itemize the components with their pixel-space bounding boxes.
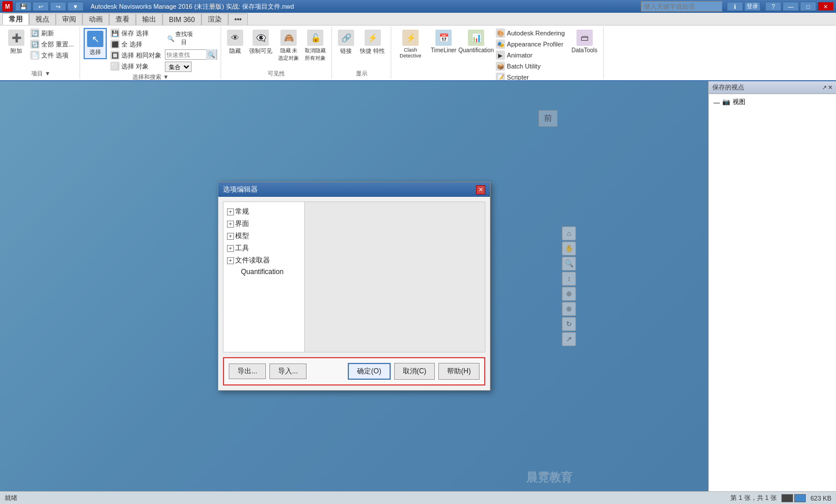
quick-access-btn3[interactable]: ↪: [50, 2, 66, 11]
statusbar: 就绪 第 1 张，共 1 张 623 KB: [0, 491, 836, 504]
tab-view[interactable]: 查看: [109, 13, 136, 25]
tree-item-model[interactable]: + 模型: [226, 230, 302, 242]
quantification-btn[interactable]: 📊 Quantification: [461, 28, 491, 55]
panel-close-btn[interactable]: ✕: [828, 84, 833, 91]
quantification-icon: 📊: [468, 30, 484, 46]
select-btn[interactable]: ↖ 选择: [84, 28, 107, 59]
modal-overlay: 选项编辑器 ✕ + 常规 + 界面 +: [0, 81, 708, 491]
cancel-btn[interactable]: 取消(C): [394, 363, 435, 380]
group-project: ➕ 附加 🔄 刷新 🔃 全部 重置... 📄 文件 选项 项目 ▼: [2, 27, 80, 79]
info-btn[interactable]: ℹ: [727, 2, 743, 11]
panel-content: — 📷 视图: [709, 94, 836, 491]
saved-view-item[interactable]: — 📷 视图: [711, 96, 834, 107]
autodesk-rendering-btn[interactable]: 🎨 Autodesk Rendering: [493, 28, 567, 38]
select-label: 选择: [89, 48, 101, 56]
scripter-btn[interactable]: 📝 Scripter: [493, 72, 567, 81]
viewport[interactable]: 前 晨霓教育 ⌂ ✋ 🔍 ↕ ⊕ ⊗ ↻ ↗ 选项编辑器 ✕: [0, 81, 708, 491]
file-icon: 📄: [30, 51, 39, 60]
select-all-icon: ⬛: [110, 39, 120, 49]
dialog-footer: 导出... 导入... 确定(O) 取消(C) 帮助(H): [223, 357, 485, 386]
group-tools: ⚡ Clash Detective 📅 TimeLiner 📊 Quantifi…: [391, 27, 604, 79]
appearance-profiler-btn[interactable]: 🎭 Appearance Profiler: [493, 39, 567, 49]
quick-props-btn[interactable]: ⚡ 快捷 特性: [358, 28, 387, 57]
group-display-label: 显示: [336, 69, 387, 78]
tab-bim360[interactable]: BIM 360: [163, 13, 201, 25]
hide-unselected-btn[interactable]: 🙈 隐藏 未选定对象: [276, 28, 301, 64]
refresh-btn[interactable]: 🔄 刷新: [28, 28, 76, 38]
show-all-btn[interactable]: 🔓 取消隐藏 所有对象: [302, 28, 328, 64]
tab-output[interactable]: 输出: [136, 13, 163, 25]
quick-find-input[interactable]: [165, 52, 206, 58]
quick-access-btn2[interactable]: ↩: [33, 2, 49, 11]
expander-interface[interactable]: +: [227, 221, 234, 228]
status-indicator-2: [794, 494, 806, 502]
animator-icon: ▶: [496, 51, 505, 60]
minimize-btn[interactable]: —: [783, 2, 799, 11]
datatools-btn[interactable]: 🗃 DataTools: [570, 28, 600, 55]
hide-btn[interactable]: 👁 隐藏: [225, 28, 246, 57]
file-options-btn[interactable]: 📄 文件 选项: [28, 50, 76, 60]
titlebar: M 💾 ↩ ↪ ▼ Autodesk Navisworks Manage 201…: [0, 0, 836, 13]
link-btn[interactable]: 🔗 链接: [336, 28, 356, 57]
import-btn[interactable]: 导入...: [269, 363, 307, 379]
clash-detective-btn[interactable]: ⚡ Clash Detective: [395, 28, 426, 60]
tree-item-file-readers[interactable]: + 文件读取器: [226, 254, 302, 267]
add-btn[interactable]: ➕ 附加: [6, 28, 27, 57]
maximize-btn[interactable]: □: [800, 2, 816, 11]
panel-expand-btn[interactable]: ↗: [822, 84, 827, 91]
required-visible-btn[interactable]: 👁‍🗨 强制可见: [247, 28, 275, 57]
quick-access-btn[interactable]: 💾: [15, 2, 31, 11]
titlebar-left: M 💾 ↩ ↪ ▼ Autodesk Navisworks Manage 201…: [2, 1, 294, 12]
group-select: ↖ 选择 💾 保存 选择 ⬛ 全 选择 🔲 选择 相同对象 ⬜ 选: [80, 27, 221, 79]
select-obj-btn[interactable]: ⬜ 选择 对象: [108, 61, 164, 71]
help-btn[interactable]: ?: [765, 2, 781, 11]
close-btn[interactable]: ✕: [817, 2, 834, 11]
refresh-icon: 🔄: [30, 28, 39, 38]
tab-animation[interactable]: 动画: [82, 13, 109, 25]
quick-access-dropdown[interactable]: ▼: [67, 2, 84, 11]
timeliner-btn[interactable]: 📅 TimeLiner: [428, 28, 459, 55]
panel-header: 保存的视点 ↗ ✕: [709, 81, 836, 94]
view-expand-icon: —: [714, 99, 720, 106]
find-items-btn[interactable]: 🔍 查找项目: [165, 29, 195, 48]
tab-more[interactable]: •••: [228, 13, 248, 25]
tree-item-interface[interactable]: + 界面: [226, 218, 302, 230]
hide-icon: 👁: [227, 30, 243, 46]
dialog-close-btn[interactable]: ✕: [476, 185, 485, 195]
tab-review[interactable]: 审阅: [56, 13, 82, 25]
ribbon: ➕ 附加 🔄 刷新 🔃 全部 重置... 📄 文件 选项 项目 ▼: [0, 26, 836, 81]
select-same-btn[interactable]: 🔲 选择 相同对象: [108, 50, 164, 60]
quick-find-btn[interactable]: 🔍: [206, 49, 217, 60]
animator-btn[interactable]: ▶ Animator: [493, 50, 567, 60]
statusbar-right: 第 1 张，共 1 张 623 KB: [730, 494, 831, 502]
expander-general[interactable]: +: [227, 208, 234, 215]
expander-model[interactable]: +: [227, 233, 234, 240]
tab-common[interactable]: 常用: [2, 13, 29, 25]
show-all-icon: 🔓: [307, 30, 323, 46]
select-same-icon: 🔲: [110, 51, 120, 60]
page-info: 第 1 张，共 1 张: [730, 494, 776, 502]
login-btn[interactable]: 登录: [744, 2, 761, 11]
export-btn[interactable]: 导出...: [229, 363, 266, 379]
tree-item-quantification[interactable]: Quantification: [226, 267, 302, 277]
save-select-btn[interactable]: 💾 保存 选择: [108, 28, 164, 38]
refresh-label: 刷新: [41, 29, 54, 38]
view-label: 视图: [733, 98, 745, 106]
help-btn[interactable]: 帮助(H): [438, 363, 480, 380]
select-all-btn[interactable]: ⬛ 全 选择: [108, 39, 164, 49]
reset-all-btn[interactable]: 🔃 全部 重置...: [28, 39, 76, 49]
search-input[interactable]: [641, 1, 722, 12]
link-icon: 🔗: [338, 30, 354, 46]
ok-btn[interactable]: 确定(O): [348, 363, 390, 380]
tree-item-general[interactable]: + 常规: [226, 206, 302, 218]
ribbon-tabs: 常用 视点 审阅 动画 查看 输出 BIM 360 渲染 •••: [0, 13, 836, 26]
tab-viewpoint[interactable]: 视点: [29, 13, 56, 25]
tab-render[interactable]: 渲染: [201, 13, 228, 25]
expander-tools[interactable]: +: [227, 245, 234, 252]
batch-utility-btn[interactable]: 📦 Batch Utility: [493, 61, 567, 71]
expander-file-readers[interactable]: +: [227, 257, 234, 264]
tree-item-tools[interactable]: + 工具: [226, 242, 302, 254]
hide-unselected-icon: 🙈: [280, 30, 297, 46]
required-visible-icon: 👁‍🗨: [253, 30, 269, 46]
select-mode-dropdown[interactable]: 集合: [165, 62, 192, 72]
